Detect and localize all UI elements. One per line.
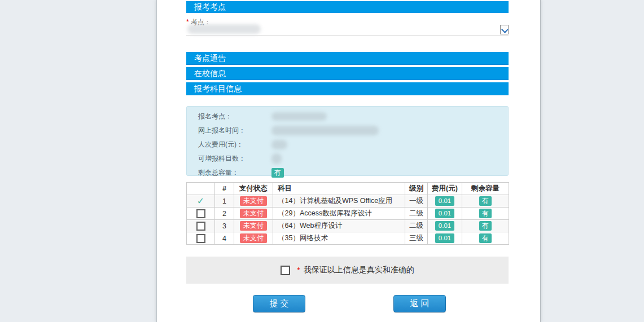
column-header: 科目 <box>273 183 405 195</box>
status-badge: 未支付 <box>240 209 267 218</box>
table-row: 3未支付（64）Web程序设计二级0.01有 <box>187 220 509 232</box>
required-marker: * <box>297 266 300 275</box>
cell-subject: （29）Access数据库程序设计 <box>273 208 405 220</box>
submit-button[interactable]: 提 交 <box>253 295 305 312</box>
section-title: 报考考点 <box>194 2 226 11</box>
section-bar[interactable]: 报考科目信息 <box>186 82 509 95</box>
cell-status: 未支付 <box>234 220 273 232</box>
info-row-label: 可增报科目数： <box>187 154 271 164</box>
status-badge: 未支付 <box>240 221 267 231</box>
cell-fee: 0.01 <box>428 195 462 208</box>
section-bar-label: 考点通告 <box>194 54 226 63</box>
info-row: 网上报名时间： <box>187 123 508 138</box>
info-row-label: 网上报名时间： <box>187 126 271 135</box>
capacity-badge: 有 <box>479 196 492 206</box>
info-value-redacted <box>271 140 287 149</box>
cell-status: 未支付 <box>234 195 273 208</box>
info-value-redacted <box>271 126 379 135</box>
confirmation-label: 我保证以上信息是真实和准确的 <box>304 265 414 275</box>
info-row: 剩余总容量：有 <box>187 166 508 180</box>
cell-number: 3 <box>215 220 234 232</box>
row-checkbox[interactable] <box>196 234 205 243</box>
cell-subject: （64）Web程序设计 <box>273 220 405 232</box>
cell-select <box>187 208 215 220</box>
fee-badge: 0.01 <box>435 233 454 243</box>
status-badge: 未支付 <box>240 196 267 206</box>
info-value-redacted <box>271 112 327 121</box>
cell-capacity: 有 <box>462 208 509 220</box>
cell-level: 二级 <box>405 208 428 220</box>
column-header: # <box>215 183 234 195</box>
section-bar-label: 报考科目信息 <box>194 84 242 93</box>
row-checkbox[interactable] <box>196 222 205 231</box>
section-bars: 考点通告在校信息报考科目信息 <box>186 52 509 98</box>
cell-capacity: 有 <box>462 220 509 232</box>
capacity-badge: 有 <box>271 168 284 178</box>
page: 报考考点 *考点： 考点通告在校信息报考科目信息 报名考点：网上报名时间：人次费… <box>0 0 644 322</box>
section-header-exam-site: 报考考点 <box>186 1 509 13</box>
info-row-label: 报名考点： <box>187 112 271 121</box>
info-value-redacted <box>271 153 282 164</box>
column-header: 剩余容量 <box>462 183 509 195</box>
status-badge: 未支付 <box>240 233 267 243</box>
column-header <box>187 183 215 195</box>
table-row: ✓1未支付（14）计算机基础及WPS Office应用一级0.01有 <box>187 195 509 208</box>
cell-capacity: 有 <box>462 195 509 208</box>
cell-fee: 0.01 <box>428 232 462 245</box>
cell-level: 二级 <box>405 220 428 232</box>
section-bar-label: 在校信息 <box>194 69 226 78</box>
section-bar[interactable]: 在校信息 <box>186 67 509 80</box>
confirm-checkbox[interactable] <box>281 266 290 275</box>
capacity-badge: 有 <box>479 233 492 243</box>
registration-form: 报考考点 *考点： 考点通告在校信息报考科目信息 报名考点：网上报名时间：人次费… <box>186 0 509 322</box>
exam-site-info-panel: 报名考点：网上报名时间：人次费用(元)：可增报科目数：剩余总容量：有 <box>186 106 509 176</box>
cell-subject: （14）计算机基础及WPS Office应用 <box>273 195 405 208</box>
cell-fee: 0.01 <box>428 220 462 232</box>
required-marker: * <box>186 18 189 26</box>
section-bar[interactable]: 考点通告 <box>186 52 509 65</box>
row-checkbox[interactable] <box>196 209 205 218</box>
fee-badge: 0.01 <box>435 221 454 231</box>
cell-number: 4 <box>215 232 234 245</box>
info-row: 可增报科目数： <box>187 152 508 166</box>
exam-site-dropdown[interactable] <box>500 25 509 34</box>
cell-status: 未支付 <box>234 208 273 220</box>
cell-select <box>187 232 215 245</box>
cell-number: 1 <box>215 195 234 208</box>
info-row-label: 剩余总容量： <box>187 168 271 178</box>
cell-select: ✓ <box>187 195 215 208</box>
check-icon: ✓ <box>197 196 204 206</box>
subjects-table-body: ✓1未支付（14）计算机基础及WPS Office应用一级0.01有2未支付（2… <box>187 195 509 245</box>
cell-level: 三级 <box>405 232 428 245</box>
column-header: 级别 <box>405 183 428 195</box>
fee-badge: 0.01 <box>435 196 454 206</box>
cell-fee: 0.01 <box>428 208 462 220</box>
info-row-label: 人次费用(元)： <box>187 140 271 149</box>
cell-number: 2 <box>215 208 234 220</box>
info-row: 人次费用(元)： <box>187 138 508 152</box>
column-header: 支付状态 <box>234 183 273 195</box>
exam-site-value-redacted <box>187 24 261 34</box>
back-button[interactable]: 返 回 <box>393 295 446 312</box>
cell-level: 一级 <box>405 195 428 208</box>
table-row: 2未支付（29）Access数据库程序设计二级0.01有 <box>187 208 509 220</box>
table-row: 4未支付（35）网络技术三级0.01有 <box>187 232 509 245</box>
subjects-table: #支付状态科目级别费用(元)剩余容量 ✓1未支付（14）计算机基础及WPS Of… <box>186 182 509 245</box>
capacity-badge: 有 <box>479 209 492 218</box>
chevron-down-icon <box>501 26 509 33</box>
fee-badge: 0.01 <box>435 209 454 218</box>
column-header: 费用(元) <box>428 183 462 195</box>
cell-capacity: 有 <box>462 232 509 245</box>
cell-status: 未支付 <box>234 232 273 245</box>
subjects-table-header: #支付状态科目级别费用(元)剩余容量 <box>187 183 509 195</box>
confirmation-bar: * 我保证以上信息是真实和准确的 <box>186 257 509 284</box>
info-row: 报名考点： <box>187 109 508 123</box>
field-underline <box>186 35 509 36</box>
cell-subject: （35）网络技术 <box>273 232 405 245</box>
cell-select <box>187 220 215 232</box>
capacity-badge: 有 <box>479 221 492 231</box>
